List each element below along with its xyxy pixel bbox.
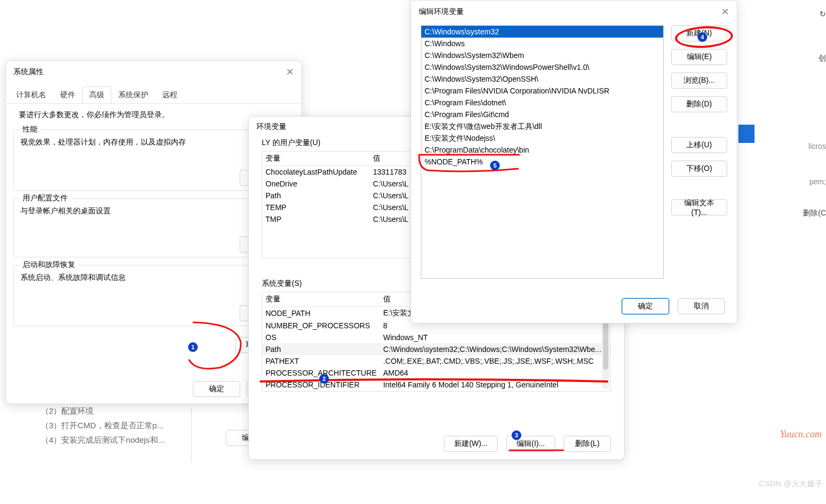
bg-refresh-icon: ↻ (820, 10, 826, 18)
close-icon[interactable]: ✕ (721, 6, 729, 18)
table-row[interactable]: PROCESSOR_ARCHITECTUREAMD64 (262, 367, 610, 379)
article-item[interactable]: （3）打开CMD，检查是否正常p... (9, 419, 197, 433)
table-row[interactable]: PROCESSOR_IDENTIFIERIntel64 Family 6 Mod… (262, 379, 610, 391)
list-item[interactable]: C:\Windows\System32\WindowsPowerShell\v1… (421, 61, 663, 73)
sysprops-ok-button[interactable]: 确定 (193, 381, 240, 397)
tab-remote[interactable]: 远程 (155, 87, 184, 103)
move-up-button[interactable]: 上移(U) (671, 137, 727, 153)
startup-title: 启动和故障恢复 (19, 260, 78, 270)
bg-blue-accent (738, 125, 755, 143)
bg-pem: pem; (809, 177, 826, 186)
annotation-badge-2: 2 (319, 374, 329, 384)
article-item[interactable]: （4）安装完成后测试下nodejs和... (9, 433, 197, 448)
list-item[interactable]: C:\Windows\System32\Wbem (421, 49, 663, 61)
list-item[interactable]: C:\Program Files\dotnet\ (421, 97, 663, 109)
table-row[interactable]: PATHEXT.COM;.EXE;.BAT;.CMD;.VBS;.VBE;.JS… (262, 355, 610, 367)
userprof-title: 用户配置文件 (19, 193, 71, 203)
sysprops-title: 系统属性 (13, 67, 44, 77)
bg-ms: licros (808, 142, 826, 150)
list-item[interactable]: C:\ProgramData\chocolatey\bin (421, 144, 663, 156)
perf-title: 性能 (19, 125, 41, 134)
list-item[interactable]: C:\Windows\System32\OpenSSH\ (421, 73, 663, 85)
col-var: 变量 (262, 152, 370, 166)
list-item[interactable]: C:\Program Files\Git\cmd (421, 109, 663, 120)
tab-advanced[interactable]: 高级 (82, 87, 111, 103)
edit-button[interactable]: 编辑(E) (671, 49, 727, 65)
startup-desc: 系统启动、系统故障和调试信息 (20, 273, 287, 283)
edit-text-button[interactable]: 编辑文本(T)... (671, 199, 727, 215)
browse-button[interactable]: 浏览(B)... (671, 73, 727, 89)
annotation-badge-3: 3 (512, 430, 521, 440)
list-item[interactable]: E:\安装文件\微信web开发者工具\dll (421, 120, 663, 132)
editenv-title: 编辑环境变量 (419, 7, 464, 17)
userprof-desc: 与登录帐户相关的桌面设置 (20, 206, 287, 216)
table-row[interactable]: PathC:\Windows\system32;C:\Windows;C:\Wi… (262, 343, 610, 355)
list-item[interactable]: E:\安装文件\Nodejss\ (421, 132, 663, 144)
close-icon[interactable]: ✕ (286, 66, 294, 78)
list-item[interactable]: C:\Windows (421, 38, 663, 49)
sys-new-button[interactable]: 新建(W)... (444, 436, 498, 452)
csdn-watermark: CSDN @大大媛子 (759, 479, 823, 489)
annotation-badge-5: 5 (490, 161, 500, 170)
tab-computer-name[interactable]: 计算机名 (9, 87, 53, 103)
list-item[interactable]: C:\Windows\system32 (421, 26, 663, 38)
brand-watermark: Yuucn.com (780, 429, 822, 440)
editenv-ok-button[interactable]: 确定 (622, 298, 669, 314)
article-item[interactable]: （2）配置环境 (9, 404, 197, 419)
editenv-cancel-button[interactable]: 取消 (678, 298, 725, 314)
annotation-badge-4: 4 (698, 32, 707, 42)
table-row[interactable]: OSWindows_NT (262, 332, 610, 343)
tab-system-protection[interactable]: 系统保护 (111, 87, 155, 103)
sys-delete-button[interactable]: 删除(L) (564, 436, 611, 452)
move-down-button[interactable]: 下移(O) (671, 161, 727, 177)
list-item[interactable]: C:\Program Files\NVIDIA Corporation\NVID… (421, 85, 663, 97)
sysprops-tabs: 计算机名 硬件 高级 系统保护 远程 (6, 84, 301, 104)
envvars-title: 环境变量 (256, 122, 286, 132)
col-var: 变量 (262, 292, 380, 307)
edit-env-dialog: 编辑环境变量 ✕ C:\Windows\system32C:\WindowsC:… (411, 0, 737, 323)
perf-desc: 视觉效果，处理器计划，内存使用，以及虚拟内存 (20, 138, 287, 147)
bg-delete-btn: 删除(C (803, 208, 826, 218)
bg-create: 创 (818, 54, 826, 63)
tab-hardware[interactable]: 硬件 (53, 87, 82, 103)
annotation-badge-1: 1 (188, 342, 198, 352)
delete-button[interactable]: 删除(D) (671, 96, 727, 112)
article-list: （2）配置环境 （3）打开CMD，检查是否正常p... （4）安装完成后测试下n… (9, 404, 197, 448)
list-item[interactable]: %NODE_PATH% (421, 156, 663, 168)
path-list[interactable]: C:\Windows\system32C:\WindowsC:\Windows\… (421, 25, 664, 279)
divider (191, 408, 192, 462)
